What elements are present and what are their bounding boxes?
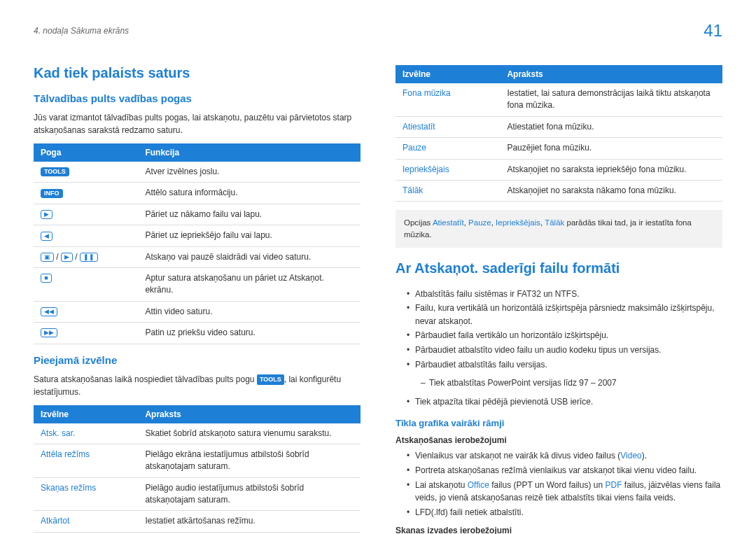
page-number: 41 — [704, 21, 722, 41]
table-row: TOOLSAtver izvēlnes joslu. — [34, 162, 360, 183]
right-column: Izvēlne Apraksts Fona mūzikaIestatiet, l… — [396, 65, 722, 534]
table-row: ▶Pāriet uz nākamo failu vai lapu. — [34, 204, 360, 225]
stop-icon: ■ — [41, 274, 52, 283]
table-row: Attēla režīmsPielāgo ekrāna iestatījumus… — [34, 444, 360, 477]
list-item: Lai atskaņotu Office failus (PPT un Word… — [407, 479, 722, 505]
table-row: AtkārtotIestatiet atkārtošanas režīmu. — [34, 511, 360, 532]
remote-buttons-heading: Tālvadības pults vadības pogas — [34, 92, 360, 104]
th-desc: Apraksts — [138, 405, 360, 423]
left-column: Kad tiek palaists saturs Tālvadības pult… — [34, 65, 360, 534]
table-row: AtiestatītAtiestatiet fona mūziku. — [396, 116, 722, 137]
available-menu-heading: Pieejamā izvēlne — [34, 354, 360, 366]
th-function: Funkcija — [138, 143, 360, 162]
th-button: Poga — [34, 143, 138, 162]
playback-restrictions-heading: Atskaņošanas ierobežojumi — [396, 435, 722, 445]
table-row: PauzePauzējiet fona mūziku. — [396, 138, 722, 159]
format-bullets-2: Tiek atpazīta tikai pēdējā pievienotā US… — [396, 395, 722, 409]
tools-icon: TOOLS — [41, 167, 69, 176]
list-item: Pārbaudiet atbalstīto video failu un aud… — [407, 344, 722, 357]
forward-icon: ▶▶ — [41, 328, 57, 337]
table-row: Fona mūzikaIestatiet, lai satura demonst… — [396, 83, 722, 116]
list-item: Tiek atpazīta tikai pēdējā pievienotā US… — [407, 395, 722, 409]
table-row: ◀Pāriet uz iepriekšējo failu vai lapu. — [34, 225, 360, 246]
compatible-formats-heading: Ar Atskaņot. saderīgi failu formāti — [396, 260, 722, 276]
table-row: ▣ / ▶ / ❚❚Atskaņo vai pauzē slaidrādi va… — [34, 246, 360, 267]
playback-bullets: Vienlaikus var atskaņot ne vairāk kā div… — [396, 449, 722, 519]
th-menu2: Izvēlne — [396, 65, 500, 83]
tools-inline-icon: TOOLS — [257, 374, 284, 386]
table-row: IepriekšējaisAtskaņojiet no saraksta iep… — [396, 159, 722, 180]
menu-table-cont: Izvēlne Apraksts Fona mūzikaIestatiet, l… — [396, 65, 722, 202]
list-item: Atbalstītās failu sistēmas ir FAT32 un N… — [407, 288, 722, 301]
pause-icon: ❚❚ — [80, 253, 98, 262]
th-menu: Izvēlne — [34, 405, 138, 423]
play-icon: ▶ — [61, 253, 73, 262]
table-row: INFOAttēlo satura informāciju. — [34, 183, 360, 204]
note-box: Opcijas Atiestatīt, Pauze, Iepriekšējais… — [396, 210, 722, 247]
list-item: Failu, kura vertikālā un horizontālā izš… — [407, 302, 722, 328]
remote-buttons-intro: Jūs varat izmantot tālvadības pults poga… — [34, 111, 360, 136]
table-row: ■Aptur satura atskaņošanu un pāriet uz A… — [34, 267, 360, 301]
format-bullets: Atbalstītās failu sistēmas ir FAT32 un N… — [396, 288, 722, 372]
page-header: 4. nodaļa Sākuma ekrāns 41 — [34, 21, 722, 41]
list-item: Pārbaudiet faila vertikālo un horizontāl… — [407, 329, 722, 342]
next-icon: ▶ — [41, 210, 52, 219]
prev-icon: ◀ — [41, 232, 52, 241]
table-row: Atsk. sar.Skatiet šobrīd atskaņoto satur… — [34, 423, 360, 444]
info-icon: INFO — [41, 189, 63, 198]
table-row: TālākAtskaņojiet no saraksta nākamo fona… — [396, 180, 722, 201]
table-row: ◀◀Attin video saturu. — [34, 301, 360, 322]
sound-restrictions-heading: Skaņas izvades ierobežojumi — [396, 526, 722, 534]
menu-table: Izvēlne Apraksts Atsk. sar.Skatiet šobrī… — [34, 405, 360, 533]
network-schedule-heading: Tīkla grafika vairāki rāmji — [396, 418, 722, 428]
list-item: Pārbaudiet atbalstītās failu versijas. — [407, 358, 722, 372]
table-row: Skaņas režīmsPielāgo audio iestatījumus … — [34, 477, 360, 511]
rewind-icon: ◀◀ — [41, 307, 57, 316]
available-menu-desc: Satura atskaņošanas laikā nospiediet tāl… — [34, 373, 360, 398]
list-item: Tiek atbalstītas PowerPoint versijas līd… — [421, 377, 722, 390]
list-item: Portreta atskaņošanas režīmā vienlaikus … — [407, 464, 722, 477]
playpause-icon: ▣ — [41, 253, 54, 262]
list-item: LFD(.lfd) faili netiek atbalstīti. — [407, 506, 722, 519]
section-title-content-playing: Kad tiek palaists saturs — [34, 65, 360, 81]
table-row: ▶▶Patin uz priekšu video saturu. — [34, 323, 360, 344]
list-item: Vienlaikus var atskaņot ne vairāk kā div… — [407, 449, 722, 463]
th-desc2: Apraksts — [500, 65, 722, 83]
sub-bullets: Tiek atbalstītas PowerPoint versijas līd… — [396, 377, 722, 390]
chapter-label: 4. nodaļa Sākuma ekrāns — [34, 26, 129, 36]
content-columns: Kad tiek palaists saturs Tālvadības pult… — [34, 65, 722, 534]
buttons-table: Poga Funkcija TOOLSAtver izvēlnes joslu.… — [34, 143, 360, 344]
